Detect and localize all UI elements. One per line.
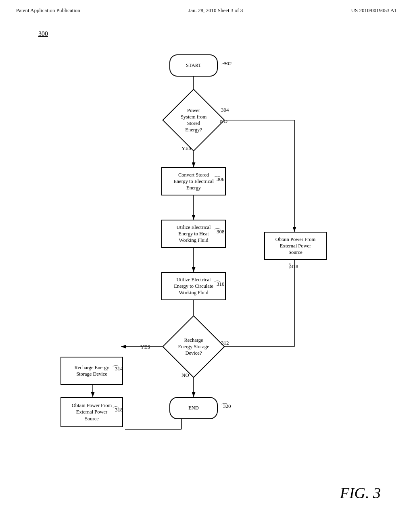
ref-310: 310 (217, 281, 225, 287)
decision-312-wrapper: RechargeEnergy StorageDevice? (171, 324, 216, 369)
diagram-number: 300 (38, 30, 48, 37)
start-node: START (169, 54, 218, 77)
header-publication: Patent Application Publication (16, 7, 80, 14)
page-header: Patent Application Publication Jan. 28, … (0, 0, 413, 18)
figure-label: FIG. 3 (340, 484, 381, 502)
diagram-content: 300 START (0, 18, 413, 514)
yes-label-304: YES (181, 145, 192, 152)
ref-314: 314 (115, 366, 123, 372)
yes-label-312: YES (140, 344, 150, 350)
ref-308: 308 (217, 229, 225, 235)
flowchart-arrows (0, 18, 413, 514)
header-date: Jan. 28, 2010 Sheet 3 of 3 (188, 7, 243, 14)
ref-302-arrow: ⌒ (221, 62, 228, 71)
end-node: END (169, 397, 218, 419)
ref-320-arrow: ⌒ (221, 402, 228, 411)
ref-312: 312 (221, 340, 229, 346)
ref-318a: 318 (115, 407, 123, 413)
ref-318b-label: 318 (290, 263, 298, 270)
ref-318b-brace: } (288, 262, 292, 269)
ref-304: 304 (221, 107, 229, 113)
no-label-312: NO (181, 372, 189, 378)
decision-304-text: PowerSystem fromStoredEnergy? (179, 105, 209, 135)
process-318b: Obtain Power From External Power Source (264, 232, 327, 260)
decision-312-text: RechargeEnergy StorageDevice? (176, 335, 211, 359)
header-patent: US 2010/0019053 A1 (351, 7, 397, 14)
decision-304-wrapper: PowerSystem fromStoredEnergy? (171, 98, 216, 142)
no-label-304: NO (220, 118, 227, 125)
ref-306: 306 (217, 176, 225, 183)
